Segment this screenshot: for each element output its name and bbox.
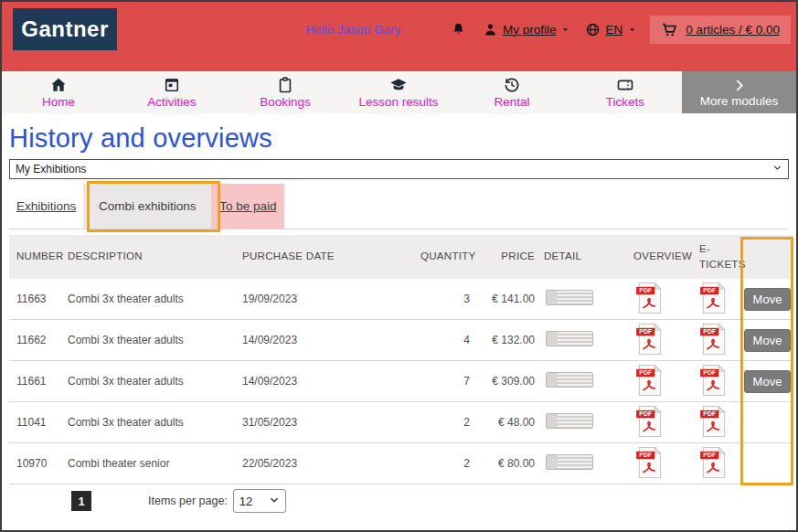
move-button[interactable]: Move: [744, 329, 792, 352]
more-modules-button[interactable]: More modules: [682, 71, 796, 113]
cart-label: 0 articles / € 0.00: [686, 23, 780, 37]
tab-label: Exhibitions: [16, 199, 76, 213]
tab-exhibitions[interactable]: Exhibitions: [9, 184, 83, 229]
nav-item-bookings[interactable]: Bookings: [229, 71, 342, 113]
tab-combi-exhibitions[interactable]: Combi exhibitions: [83, 184, 211, 229]
detail-button[interactable]: [546, 454, 593, 470]
etickets-pdf-button[interactable]: PDF: [699, 364, 729, 397]
quantity-cell: 7: [413, 361, 475, 402]
overview-type-select-value: My Exhibitions: [16, 163, 86, 176]
move-cell: [742, 402, 793, 443]
nav-item-rental[interactable]: Rental: [455, 71, 569, 113]
clipboard-icon: [276, 76, 294, 94]
move-cell: Move: [742, 320, 793, 361]
history-clock-icon: [503, 76, 521, 94]
column-header-e-tickets: E-TICKETS: [692, 235, 742, 279]
price-cell: € 309.00: [475, 361, 537, 402]
table-body: 11663Combi 3x theater adults19/09/20233€…: [9, 279, 793, 484]
pdf-icon: PDF: [699, 405, 729, 438]
svg-text:PDF: PDF: [703, 328, 716, 335]
my-profile-menu[interactable]: My profile: [483, 22, 571, 37]
items-per-page-value: 12: [239, 495, 252, 508]
tabs: Exhibitions Combi exhibitions To be paid: [9, 184, 789, 229]
chevron-right-icon: [731, 78, 747, 93]
chevron-down-icon: [269, 495, 280, 508]
purchase-date-cell: 22/05/2023: [235, 443, 413, 484]
svg-text:PDF: PDF: [639, 328, 652, 335]
pdf-icon: PDF: [635, 323, 665, 356]
overview-pdf-button[interactable]: PDF: [635, 282, 665, 314]
tab-to-be-paid[interactable]: To be paid: [211, 184, 284, 229]
description-cell: Combi 3x theater adults: [60, 402, 235, 443]
overview-pdf-button[interactable]: PDF: [635, 446, 665, 479]
nav-item-lesson-results[interactable]: Lesson results: [342, 71, 455, 113]
nav-item-label: Tickets: [606, 95, 644, 109]
description-cell: Combi 3x theater adults: [60, 361, 235, 402]
brand-text: Gantner: [21, 16, 109, 42]
nav-item-activities[interactable]: Activities: [115, 71, 229, 113]
etickets-pdf-button[interactable]: PDF: [699, 405, 729, 438]
price-cell: € 48.00: [475, 402, 537, 443]
items-per-page-select[interactable]: 12: [233, 489, 286, 513]
detail-cell: [537, 320, 601, 361]
detail-button[interactable]: [546, 372, 593, 388]
etickets-pdf-button[interactable]: PDF: [699, 446, 729, 479]
column-header-quantity: QUANTITY: [413, 235, 475, 279]
column-header-detail: DETAIL: [537, 235, 601, 279]
globe-icon: [585, 22, 601, 37]
number-cell: 11041: [9, 402, 60, 443]
nav-item-tickets[interactable]: Tickets: [569, 71, 682, 113]
overview-pdf-button[interactable]: PDF: [635, 405, 665, 438]
cart-icon: [661, 21, 678, 38]
nav-item-label: Rental: [494, 95, 529, 109]
etickets-cell: PDF: [692, 443, 742, 484]
overview-type-select[interactable]: My Exhibitions: [9, 159, 789, 179]
pdf-icon: PDF: [699, 364, 729, 397]
gantner-logo[interactable]: Gantner: [13, 8, 117, 50]
purchase-date-cell: 14/09/2023: [235, 361, 413, 402]
page-1-button[interactable]: 1: [71, 491, 91, 511]
purchase-date-cell: 19/09/2023: [235, 279, 413, 320]
nav-item-label: Lesson results: [358, 95, 438, 109]
move-button[interactable]: Move: [744, 288, 792, 311]
etickets-cell: PDF: [692, 279, 742, 320]
notifications-button[interactable]: [451, 22, 466, 37]
app-window: Gantner Hello Jason Gary. My profile EN: [0, 0, 798, 532]
overview-pdf-button[interactable]: PDF: [635, 364, 665, 397]
page-content: History and overviews My Exhibitions Exh…: [2, 122, 796, 517]
language-menu[interactable]: EN: [585, 22, 637, 37]
tab-label: To be paid: [219, 199, 276, 213]
more-modules-label: More modules: [700, 94, 779, 108]
cart-button[interactable]: 0 articles / € 0.00: [650, 16, 791, 44]
detail-cell: [537, 361, 601, 402]
detail-button[interactable]: [546, 331, 593, 346]
move-cell: [742, 443, 793, 484]
overview-cell: PDF: [601, 320, 692, 361]
pagination: 1 Items per page: 12: [16, 484, 782, 517]
detail-button[interactable]: [546, 290, 593, 305]
overview-cell: PDF: [601, 361, 692, 402]
svg-text:PDF: PDF: [703, 452, 716, 458]
language-label: EN: [605, 23, 622, 37]
purchases-table: NUMBERDESCRIPTIONPURCHASE DATEQUANTITYPR…: [9, 235, 793, 484]
pdf-icon: PDF: [635, 446, 665, 479]
quantity-cell: 2: [413, 402, 475, 443]
overview-pdf-button[interactable]: PDF: [635, 323, 665, 356]
overview-cell: PDF: [601, 402, 692, 443]
detail-cell: [537, 402, 601, 443]
etickets-pdf-button[interactable]: PDF: [699, 282, 729, 314]
chevron-down-icon: [560, 25, 570, 35]
main-nav-items: HomeActivitiesBookingsLesson resultsRent…: [2, 71, 682, 113]
etickets-cell: PDF: [692, 361, 742, 402]
price-cell: € 132.00: [475, 320, 537, 361]
detail-button[interactable]: [546, 413, 593, 429]
etickets-pdf-button[interactable]: PDF: [699, 323, 729, 356]
column-header-description: DESCRIPTION: [60, 235, 235, 279]
column-header-price: PRICE: [475, 235, 537, 279]
move-button[interactable]: Move: [744, 370, 792, 393]
svg-text:PDF: PDF: [703, 410, 716, 417]
nav-item-home[interactable]: Home: [2, 71, 115, 113]
number-cell: 11662: [9, 320, 60, 361]
purchase-date-cell: 14/09/2023: [235, 320, 413, 361]
table-row: 11662Combi 3x theater adults14/09/20234€…: [9, 320, 793, 361]
